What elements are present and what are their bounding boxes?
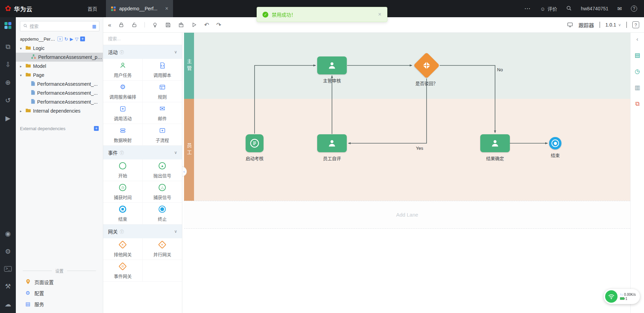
capture-icon[interactable]: ◉ (5, 230, 11, 237)
palette-item-call-orchestration[interactable]: ⚙ 调用服务编排 (103, 81, 143, 102)
external-dependencies-label[interactable]: External dependencies (20, 126, 65, 131)
publish-cloud-icon[interactable]: ☁ (5, 301, 11, 307)
section-header-gateways[interactable]: 网关 ⓘ ∨ (103, 225, 182, 238)
flow-node-result-confirm[interactable] (480, 134, 510, 152)
terminal-icon[interactable]: >_ (4, 266, 12, 272)
palette-item-exclusive-gateway[interactable]: × 排他网关 (103, 238, 143, 260)
palette-item-rule[interactable]: 规则 (143, 81, 182, 102)
mail-icon[interactable]: ✉ (618, 6, 622, 12)
add-external-icon[interactable]: + (94, 126, 99, 131)
tree-item-page-3[interactable]: PerformanceAssessment_... (16, 97, 103, 106)
palette-item-subprocess[interactable]: 子流程 (143, 124, 182, 146)
flow-node-self-evaluation[interactable] (317, 134, 347, 152)
palette-item-end-event[interactable]: 结束 (103, 203, 143, 225)
lock-icon[interactable] (118, 22, 124, 28)
explorer-search-input[interactable] (30, 24, 90, 29)
app-tab[interactable]: appdemo__Perf... × (106, 0, 173, 17)
unlock-icon[interactable] (131, 22, 137, 28)
flow-node-end[interactable] (549, 137, 561, 149)
tab-close-icon[interactable]: × (165, 6, 168, 12)
palette-search-input[interactable] (108, 36, 177, 41)
section-header-activities[interactable]: 活动 ⓘ ∨ (103, 45, 182, 59)
flow-node-supervisor-review[interactable] (317, 56, 347, 74)
services-item[interactable]: ▤ 服务 (16, 299, 103, 310)
debug-icon[interactable]: ▶ (6, 115, 11, 122)
run-app-icon[interactable]: ▶ (70, 37, 73, 41)
palette-item-mail[interactable]: ✉ 邮件 (143, 102, 182, 124)
tree-folder-internal-dependencies[interactable]: ▸ Internal dependencies (16, 106, 103, 115)
chevron-right-icon[interactable]: ▸ (20, 109, 23, 113)
palette-item-data-mapping[interactable]: 数据映射 (103, 124, 143, 146)
toast-close-icon[interactable]: × (357, 11, 382, 18)
palette-item-call-activity[interactable]: 调用活动 (103, 102, 143, 124)
feedback-button[interactable]: ☺评价 (540, 5, 557, 12)
palette-item-event-gateway[interactable]: ◎ 事件网关 (103, 260, 143, 282)
palette-item-user-task[interactable]: 用户任务 (103, 59, 143, 81)
palette-item-catch-timer[interactable]: ◷ 捕获时间 (103, 181, 143, 203)
install-icon[interactable]: ⇩ (5, 61, 11, 68)
brand-name: 华为云 (14, 4, 32, 13)
undo-icon[interactable]: ↶ (204, 22, 209, 28)
version-select[interactable]: 1.0.1∨ (605, 22, 621, 28)
more-menu-icon[interactable]: ⋯ (524, 5, 531, 12)
lane-employee-label[interactable]: 员工 (184, 99, 194, 201)
tree-item-page-2[interactable]: PerformanceAssessment_... (16, 88, 103, 97)
tracker-button[interactable]: 跟踪器 (579, 21, 594, 29)
app-logo-icon[interactable] (4, 21, 12, 31)
redo-icon[interactable]: ↷ (216, 22, 221, 28)
advanced-search-icon[interactable]: ▦ (92, 24, 96, 29)
section-header-events[interactable]: 事件 ⓘ ∨ (103, 146, 182, 159)
search-icon[interactable] (566, 5, 572, 12)
document-panel-icon[interactable]: ▥ (634, 85, 640, 91)
connection-status-widget[interactable]: ↑↓0.00K/s 1 (604, 289, 640, 304)
add-icon[interactable]: + (80, 36, 85, 41)
refresh-icon[interactable]: ↻ (64, 37, 68, 41)
add-lane-button[interactable]: Add Lane (184, 201, 630, 229)
toolbox-icon[interactable]: ⚒ (5, 283, 11, 290)
palette-item-throw-signal[interactable]: ▲ 抛出信号 (143, 159, 182, 181)
username[interactable]: hw84740751 (581, 6, 608, 11)
lane-supervisor-label[interactable]: 主管 (184, 33, 194, 99)
filter-icon[interactable]: ▽ (75, 37, 78, 41)
properties-panel-icon[interactable]: ▤ (634, 52, 640, 58)
tree-folder-logic[interactable]: ▾ Logic (16, 44, 103, 53)
tree-folder-model[interactable]: ▸ Model (16, 62, 103, 71)
tree-folder-page[interactable]: ▾ Page (16, 71, 103, 80)
history-panel-icon[interactable]: ◷ (635, 69, 640, 74)
page-settings-item[interactable]: 页面设置 (16, 277, 103, 288)
flow-canvas[interactable]: 主管 员工 Add Lane (182, 33, 630, 313)
lane-supervisor-body[interactable] (194, 33, 630, 99)
flow-node-start-assessment[interactable] (246, 134, 264, 152)
root-chevron-icon[interactable]: ∨ (57, 36, 63, 41)
palette-item-start-event[interactable]: 开始 (103, 159, 143, 181)
tree-item-page-1[interactable]: PerformanceAssessment_... (16, 80, 103, 88)
save-icon[interactable] (165, 22, 171, 28)
settings-gear-icon[interactable]: ⚙ (5, 248, 11, 255)
save-as-icon[interactable] (178, 22, 184, 28)
toolbar-help-icon[interactable]: ? (632, 21, 639, 28)
chevron-right-icon[interactable]: ▸ (20, 64, 23, 68)
palette-item-parallel-gateway[interactable]: + 并行网关 (143, 238, 182, 260)
chevron-down-icon[interactable]: ▾ (20, 73, 23, 77)
plugin-icon[interactable]: ⊕ (5, 79, 11, 86)
palette-item-catch-signal[interactable]: △ 捕获信号 (143, 181, 182, 203)
layers-icon[interactable]: ⧉ (6, 43, 10, 50)
validate-bulb-icon[interactable] (152, 22, 158, 28)
collapse-palette-icon[interactable]: « (108, 22, 111, 28)
project-root-row: appdemo__Perfo... ∨ ↻ ▶ ▽ + (16, 34, 103, 44)
project-root[interactable]: appdemo__Perfo... (20, 36, 56, 42)
palette-item-terminate-event[interactable]: 终止 (143, 203, 182, 225)
config-item[interactable]: ⚙ 配置 (16, 288, 103, 299)
tree-item-flow-selected[interactable]: PerformanceAssessment_pe... (16, 53, 103, 62)
help-icon[interactable]: ? (631, 6, 637, 12)
history-icon[interactable]: ↺ (5, 97, 11, 104)
expand-panel-icon[interactable]: ‹ (636, 36, 638, 42)
palette-search (103, 33, 182, 45)
preview-monitor-icon[interactable] (567, 22, 573, 28)
palette-item-call-script[interactable]: 调用脚本 (143, 59, 182, 81)
chevron-down-icon[interactable]: ▾ (20, 46, 23, 50)
run-icon[interactable] (191, 22, 197, 28)
project-explorer: ▦ appdemo__Perfo... ∨ ↻ ▶ ▽ + ▾ Logic Pe… (16, 17, 103, 313)
home-link[interactable]: 首页 (87, 5, 97, 12)
structure-panel-icon[interactable]: ⧉ (635, 101, 639, 107)
